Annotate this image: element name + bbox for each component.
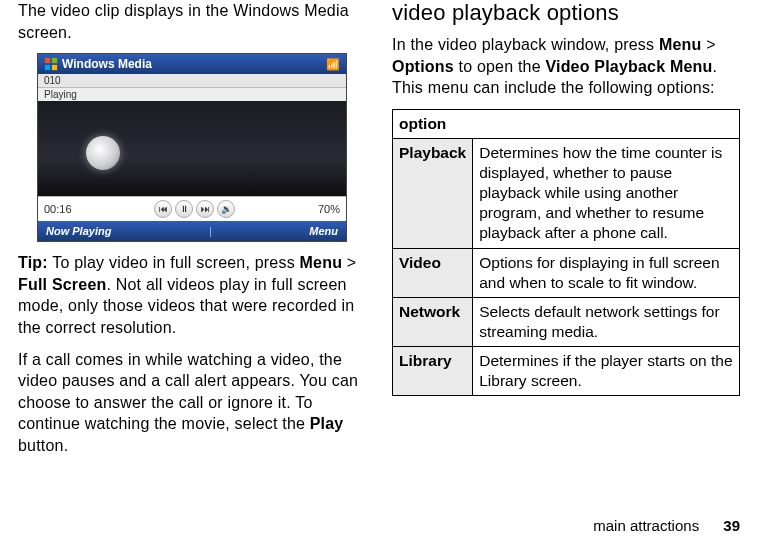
player-title-text: Windows Media [62, 57, 152, 71]
windows-flag-icon [44, 57, 58, 71]
moon-icon [86, 136, 120, 170]
play-word: Play [310, 415, 344, 432]
media-player-screenshot: Windows Media 📶 010 Playing 00:16 ⏮ ⏸ ⏭ … [37, 53, 347, 242]
elapsed-time: 00:16 [44, 203, 72, 215]
row-label-library: Library [393, 347, 473, 396]
pause-icon: ⏸ [175, 200, 193, 218]
left-softkey: Now Playing [46, 225, 111, 237]
row-label-video: Video [393, 248, 473, 297]
tip-menu-word: Menu [300, 254, 343, 271]
lead-paragraph: In the video playback window, press Menu… [392, 34, 740, 99]
progress-percent: 70% [318, 203, 340, 215]
page-number: 39 [723, 517, 740, 534]
tip-label: Tip: [18, 254, 48, 271]
lead-options-word: Options [392, 58, 454, 75]
row-desc-playback: Determines how the time counter is displ… [473, 138, 740, 248]
table-row: Library Determines if the player starts … [393, 347, 740, 396]
player-statusline: Playing [38, 88, 346, 101]
prev-icon: ⏮ [154, 200, 172, 218]
row-label-network: Network [393, 297, 473, 346]
softkey-bar: Now Playing | Menu [38, 221, 346, 241]
signal-icon: 📶 [326, 58, 340, 71]
footer-section: main attractions [593, 517, 699, 534]
table-row: Playback Determines how the time counter… [393, 138, 740, 248]
table-row: Network Selects default network settings… [393, 297, 740, 346]
call-pre: If a call comes in while watching a vide… [18, 351, 358, 433]
track-number: 010 [44, 75, 61, 86]
player-subbar: 010 [38, 74, 346, 88]
intro-text: The video clip displays in the Windows M… [18, 0, 366, 43]
svg-rect-0 [45, 58, 50, 63]
tip-paragraph: Tip: To play video in full screen, press… [18, 252, 366, 338]
svg-rect-3 [52, 65, 57, 70]
svg-rect-2 [45, 65, 50, 70]
volume-icon: 🔉 [217, 200, 235, 218]
lead-pre: In the video playback window, press [392, 36, 659, 53]
row-label-playback: Playback [393, 138, 473, 248]
softkey-divider-icon: | [209, 225, 212, 237]
video-frame [38, 101, 346, 196]
tip-fullscreen-word: Full Screen [18, 276, 106, 293]
page-footer: main attractions 39 [593, 517, 740, 534]
svg-rect-1 [52, 58, 57, 63]
options-table: option Playback Determines how the time … [392, 109, 740, 397]
player-titlebar: Windows Media 📶 [38, 54, 346, 74]
right-softkey: Menu [309, 225, 338, 237]
player-controls-bar: 00:16 ⏮ ⏸ ⏭ 🔉 70% [38, 196, 346, 221]
option-header: option [393, 109, 740, 138]
call-post: button. [18, 437, 68, 454]
lead-menu-word: Menu [659, 36, 702, 53]
call-paragraph: If a call comes in while watching a vide… [18, 349, 366, 457]
row-desc-library: Determines if the player starts on the L… [473, 347, 740, 396]
lead-vpm-word: Video Playback Menu [545, 58, 712, 75]
section-heading: video playback options [392, 0, 740, 26]
row-desc-network: Selects default network settings for str… [473, 297, 740, 346]
table-header-row: option [393, 109, 740, 138]
table-row: Video Options for displaying in full scr… [393, 248, 740, 297]
lead-mid: to open the [454, 58, 546, 75]
next-icon: ⏭ [196, 200, 214, 218]
lead-gt: > [701, 36, 715, 53]
tip-gt: > [342, 254, 356, 271]
play-status: Playing [44, 89, 77, 100]
row-desc-video: Options for displaying in full screen an… [473, 248, 740, 297]
tip-pre: To play video in full screen, press [48, 254, 300, 271]
